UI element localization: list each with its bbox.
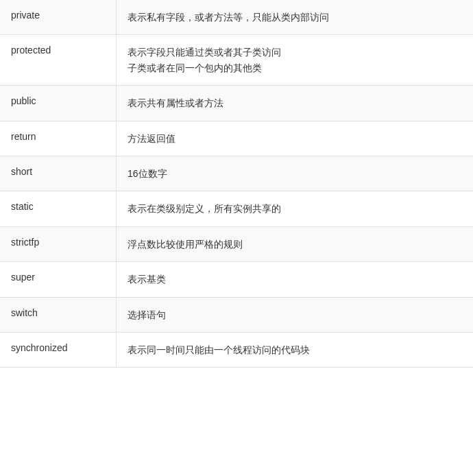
keyword-cell: static: [0, 191, 117, 226]
description-cell: 表示共有属性或者方法: [117, 86, 473, 120]
description-cell: 方法返回值: [117, 121, 473, 156]
table-row: private表示私有字段，或者方法等，只能从类内部访问: [0, 0, 473, 35]
keyword-cell: private: [0, 0, 117, 34]
table-row: return方法返回值: [0, 121, 473, 156]
table-row: synchronized表示同一时间只能由一个线程访问的代码块: [0, 333, 473, 368]
description-cell: 表示同一时间只能由一个线程访问的代码块: [117, 333, 473, 367]
keyword-cell: synchronized: [0, 333, 117, 367]
description-cell: 浮点数比较使用严格的规则: [117, 227, 473, 261]
keyword-cell: switch: [0, 298, 117, 332]
table-row: static表示在类级别定义，所有实例共享的: [0, 191, 473, 226]
description-cell: 表示字段只能通过类或者其子类访问子类或者在同一个包内的其他类: [117, 35, 473, 85]
table-row: protected表示字段只能通过类或者其子类访问子类或者在同一个包内的其他类: [0, 35, 473, 86]
keyword-cell: super: [0, 262, 117, 296]
description-cell: 选择语句: [117, 298, 473, 332]
table-row: short16位数字: [0, 156, 473, 191]
table-row: public表示共有属性或者方法: [0, 86, 473, 121]
keyword-cell: short: [0, 156, 117, 191]
description-cell: 表示私有字段，或者方法等，只能从类内部访问: [117, 0, 473, 34]
table-row: super表示基类: [0, 262, 473, 297]
description-cell: 表示在类级别定义，所有实例共享的: [117, 191, 473, 226]
description-cell: 16位数字: [117, 156, 473, 191]
table-row: switch选择语句: [0, 298, 473, 333]
keyword-cell: strictfp: [0, 227, 117, 261]
table-row: strictfp浮点数比较使用严格的规则: [0, 227, 473, 262]
keyword-cell: public: [0, 86, 117, 120]
keyword-cell: return: [0, 121, 117, 156]
keyword-cell: protected: [0, 35, 117, 85]
keyword-table: private表示私有字段，或者方法等，只能从类内部访问protected表示字…: [0, 0, 473, 368]
description-cell: 表示基类: [117, 262, 473, 296]
